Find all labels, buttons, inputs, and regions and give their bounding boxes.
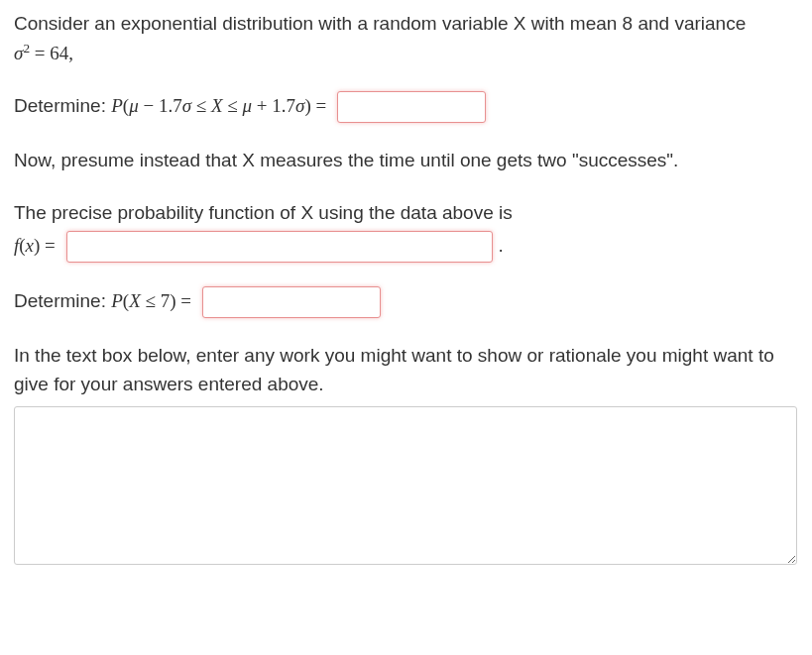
q4-close: ) =: [170, 290, 191, 311]
q1-mu1: μ: [129, 95, 139, 116]
work-textarea[interactable]: [14, 406, 797, 565]
q1-sigma2: σ: [295, 95, 304, 116]
q1-le1: ≤: [191, 95, 211, 116]
question-4: Determine: P(X ≤ 7) =: [14, 286, 798, 318]
q1-P: P: [111, 95, 123, 116]
question-1: Determine: P(μ − 1.7σ ≤ X ≤ μ + 1.7σ) =: [14, 91, 798, 123]
q1-input[interactable]: [337, 91, 486, 123]
q3-period: .: [498, 235, 503, 256]
q4-X: X: [129, 290, 141, 311]
intro-text: Consider an exponential distribution wit…: [14, 13, 746, 34]
q4-label: Determine:: [14, 290, 111, 311]
q3-x: x: [26, 235, 34, 256]
q4-P: P: [111, 290, 123, 311]
q3-input[interactable]: [66, 231, 493, 263]
q3-close: ) =: [34, 235, 56, 256]
question-2: Now, presume instead that X measures the…: [14, 147, 798, 175]
intro-block: Consider an exponential distribution wit…: [14, 10, 798, 67]
q1-close: ) =: [304, 95, 326, 116]
q3-text: The precise probability function of X us…: [14, 199, 798, 228]
question-3: The precise probability function of X us…: [14, 199, 798, 264]
q1-X: X: [211, 95, 223, 116]
q1-sigma1: σ: [182, 95, 191, 116]
q4-le: ≤ 7: [141, 290, 170, 311]
q1-label: Determine:: [14, 95, 111, 116]
q4-input[interactable]: [202, 286, 381, 318]
q1-plus: + 1.7: [252, 95, 295, 116]
question-5: In the text box below, enter any work yo…: [14, 342, 798, 574]
q1-mu2: μ: [243, 95, 253, 116]
q5-text: In the text box below, enter any work yo…: [14, 342, 798, 398]
q1-minus: − 1.7: [139, 95, 182, 116]
equals-64: = 64,: [30, 43, 73, 63]
q1-le2: ≤: [223, 95, 243, 116]
q2-text: Now, presume instead that X measures the…: [14, 150, 678, 170]
sigma-symbol: σ: [14, 43, 23, 63]
